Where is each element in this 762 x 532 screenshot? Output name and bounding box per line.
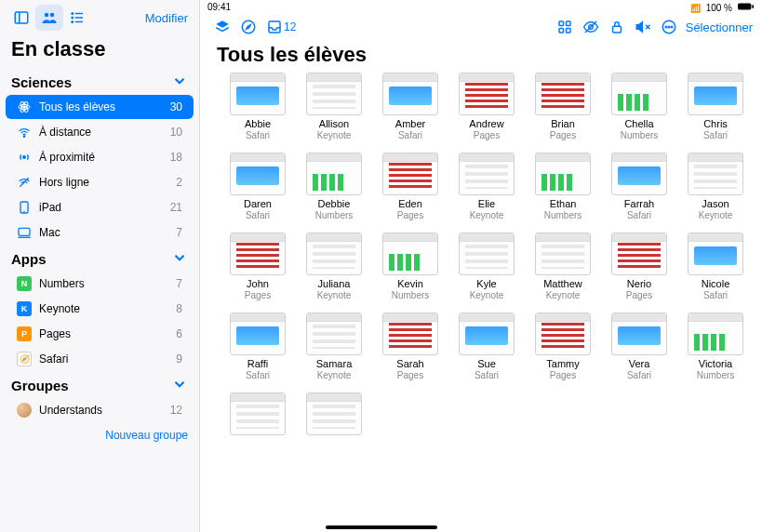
chevron-down-icon	[171, 73, 188, 92]
app-keynote-icon: K	[17, 301, 32, 316]
section-header-sciences[interactable]: Sciences	[0, 69, 199, 94]
student-app: Pages	[375, 210, 446, 221]
student-cell[interactable]: BrianPages	[528, 73, 598, 141]
people-icon[interactable]	[35, 5, 63, 31]
app-window: Modifier En classe SciencesTous les élèv…	[0, 0, 762, 532]
student-thumbnail	[230, 392, 286, 435]
svg-point-4	[72, 13, 74, 15]
student-cell[interactable]: TammyPages	[528, 313, 598, 381]
sidebar-item-keynote[interactable]: KKeynote8	[6, 297, 194, 321]
student-thumbnail	[535, 153, 591, 195]
status-bar: 09:41 100 %	[200, 0, 762, 13]
svg-point-6	[72, 17, 74, 19]
sidebar-item-mac[interactable]: Mac7	[6, 220, 194, 245]
student-thumbnail	[382, 313, 438, 355]
lock-icon[interactable]	[604, 15, 630, 39]
list-icon[interactable]	[63, 5, 91, 31]
main-toolbar: 12 Sélectionner	[200, 13, 762, 41]
student-thumbnail	[688, 73, 743, 115]
student-grid-wrap: AbbieSafariAllisonKeynoteAmberSafariAndr…	[200, 73, 762, 532]
svg-rect-22	[752, 5, 754, 8]
more-icon[interactable]	[656, 15, 682, 39]
student-cell[interactable]	[299, 392, 369, 438]
student-cell[interactable]: EdenPages	[375, 153, 446, 221]
svg-point-3	[50, 13, 55, 18]
near-icon	[17, 150, 32, 165]
sidebar-toolbar: Modifier	[0, 0, 199, 35]
svg-point-2	[45, 13, 49, 18]
student-cell[interactable]: AbbieSafari	[222, 73, 293, 141]
sidebar-item-numbers[interactable]: NNumbers7	[6, 272, 194, 296]
svg-rect-27	[559, 29, 564, 33]
sidebar-item-safari[interactable]: 🧭Safari9	[6, 347, 194, 371]
student-app: Safari	[222, 210, 293, 221]
section-header-apps[interactable]: Apps	[0, 246, 199, 271]
student-name: Amber	[375, 118, 446, 130]
student-cell[interactable]	[222, 392, 293, 438]
sidebar-item-count: 30	[170, 100, 182, 113]
student-cell[interactable]: ElieKeynote	[451, 153, 522, 221]
offline-icon	[17, 175, 32, 190]
student-cell[interactable]: JohnPages	[222, 233, 293, 301]
student-cell[interactable]: VeraSafari	[604, 313, 675, 381]
sidebar-item-label: Tous les élèves	[39, 100, 163, 113]
student-cell[interactable]: EthanNumbers	[528, 153, 598, 221]
mac-icon	[17, 225, 32, 240]
svg-rect-21	[738, 3, 751, 9]
student-app: Pages	[528, 370, 598, 381]
edit-button[interactable]: Modifier	[141, 11, 192, 25]
student-cell[interactable]: KevinNumbers	[375, 233, 446, 301]
sidebar-item-tous-les-élèves[interactable]: Tous les élèves30	[6, 95, 194, 119]
select-button[interactable]: Sélectionner	[682, 20, 753, 34]
student-cell[interactable]: MatthewKeynote	[528, 233, 598, 301]
student-cell[interactable]: ChellaNumbers	[604, 73, 675, 141]
sidebar-item-hors-ligne[interactable]: Hors ligne2	[6, 170, 194, 194]
student-cell[interactable]: SarahPages	[375, 313, 446, 381]
student-cell[interactable]: AllisonKeynote	[299, 73, 369, 141]
student-cell[interactable]: VictoriaNumbers	[680, 313, 751, 381]
student-cell[interactable]: RaffiSafari	[222, 313, 293, 381]
student-cell[interactable]: JulianaKeynote	[299, 233, 369, 301]
layers-icon[interactable]	[209, 15, 235, 39]
student-app: Keynote	[299, 290, 369, 301]
student-cell[interactable]: SueSafari	[451, 313, 522, 381]
section-header-groupes[interactable]: Groupes	[0, 372, 199, 397]
new-group-button[interactable]: Nouveau groupe	[0, 423, 199, 442]
student-name: Nerio	[604, 278, 675, 290]
student-name: John	[222, 278, 293, 290]
student-app: Keynote	[299, 370, 369, 381]
student-name: Vera	[604, 358, 675, 370]
student-app: Keynote	[299, 130, 369, 141]
sidebar-toggle-icon[interactable]	[7, 5, 35, 31]
student-cell[interactable]: NicoleSafari	[680, 233, 751, 301]
sidebar-item-label: Mac	[39, 226, 168, 239]
student-cell[interactable]: JasonKeynote	[680, 153, 751, 221]
sidebar-item-count: 21	[170, 201, 182, 214]
sidebar-item-pages[interactable]: PPages6	[6, 322, 194, 346]
grid-view-icon[interactable]	[552, 15, 578, 39]
home-indicator	[326, 525, 437, 529]
student-cell[interactable]: AndrewPages	[451, 73, 522, 141]
student-cell[interactable]: NerioPages	[604, 233, 675, 301]
svg-point-15	[23, 156, 26, 159]
student-cell[interactable]: ChrisSafari	[680, 73, 751, 141]
student-thumbnail	[535, 73, 591, 115]
mute-icon[interactable]	[630, 15, 656, 39]
student-cell[interactable]: AmberSafari	[375, 73, 446, 141]
student-cell[interactable]: DarenSafari	[222, 153, 293, 221]
student-cell[interactable]: DebbieNumbers	[299, 153, 369, 221]
main-panel: 09:41 100 % 12 Sélectionner Tous les élè…	[200, 0, 762, 532]
sidebar-item-ipad[interactable]: iPad21	[6, 195, 194, 219]
sidebar-item-à-distance[interactable]: À distance10	[6, 120, 194, 144]
sidebar-item-label: Pages	[39, 327, 168, 340]
student-cell[interactable]: SamaraKeynote	[299, 313, 369, 381]
student-name: Sarah	[375, 358, 446, 370]
sidebar-item-understands[interactable]: Understands12	[6, 398, 194, 422]
compass-icon[interactable]	[235, 15, 261, 39]
sidebar-item-count: 2	[176, 176, 182, 189]
student-cell[interactable]: FarrahSafari	[604, 153, 675, 221]
svg-point-10	[23, 106, 26, 109]
eye-off-icon[interactable]	[578, 15, 604, 39]
student-cell[interactable]: KyleKeynote	[451, 233, 522, 301]
sidebar-item-à-proximité[interactable]: À proximité18	[6, 145, 194, 169]
